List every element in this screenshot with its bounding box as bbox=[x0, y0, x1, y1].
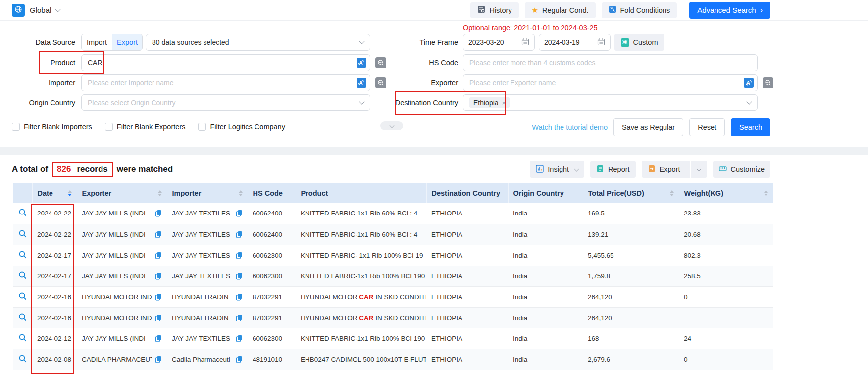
cell-importer: JAY JAY TEXTILES bbox=[172, 252, 233, 259]
col-exporter[interactable]: Exporter bbox=[77, 183, 167, 203]
tutorial-demo-link[interactable]: Watch the tutorial demo bbox=[532, 123, 608, 131]
region-selector-label[interactable]: Global bbox=[30, 6, 51, 14]
translate-icon[interactable]: A bbox=[744, 78, 754, 88]
copy-icon[interactable] bbox=[236, 314, 243, 321]
hs-code-input[interactable] bbox=[463, 54, 758, 71]
topbar: Global History ★ Regular Cond. Fold Cond… bbox=[0, 0, 868, 21]
col-label: Weight(KG) bbox=[684, 189, 723, 197]
sort-icons[interactable] bbox=[235, 190, 243, 196]
copy-icon[interactable] bbox=[236, 293, 243, 301]
sort-icons[interactable] bbox=[666, 190, 674, 196]
checkbox-icon bbox=[12, 123, 20, 131]
table-row[interactable]: 2024-02-22 JAY JAY MILLS (INDI JAY JAY T… bbox=[13, 203, 773, 224]
remove-tag-icon[interactable]: × bbox=[502, 99, 506, 107]
date-start-input[interactable]: 2023-03-20 bbox=[463, 34, 535, 51]
translate-icon[interactable]: A bbox=[357, 78, 366, 88]
copy-icon[interactable] bbox=[155, 335, 162, 342]
reset-button[interactable]: Reset bbox=[689, 118, 725, 136]
table-row[interactable]: 2024-02-16 HYUNDAI MOTOR IND HYUNDAI TRA… bbox=[13, 307, 773, 328]
summary-suffix: were matched bbox=[117, 164, 173, 174]
advanced-search-button[interactable]: Advanced Search › bbox=[689, 2, 770, 19]
magnifier-icon[interactable] bbox=[18, 208, 27, 218]
col-date[interactable]: Date bbox=[32, 183, 77, 203]
history-button[interactable]: History bbox=[470, 2, 518, 18]
records-count: 826 bbox=[57, 164, 71, 174]
customize-button[interactable]: Customize bbox=[713, 161, 771, 178]
magnifier-icon[interactable] bbox=[18, 250, 27, 261]
table-row[interactable]: 2024-02-17 JAY JAY MILLS (INDI JAY JAY T… bbox=[13, 266, 773, 286]
cell-date: 2024-02-17 bbox=[37, 252, 71, 259]
magnifier-icon[interactable] bbox=[18, 333, 27, 344]
copy-icon[interactable] bbox=[236, 356, 243, 363]
fold-conditions-button[interactable]: Fold Conditions bbox=[602, 2, 677, 18]
chevron-down-icon[interactable] bbox=[55, 6, 61, 12]
export-options-button[interactable] bbox=[690, 161, 707, 178]
regular-cond-button[interactable]: ★ Regular Cond. bbox=[525, 2, 596, 18]
magnifier-icon[interactable] bbox=[18, 229, 27, 240]
cell-product: KNITTED FABRIC- 1x1 Rib 100% BCI 19 bbox=[301, 252, 423, 259]
copy-icon[interactable] bbox=[236, 210, 243, 217]
sort-icons[interactable] bbox=[760, 190, 768, 196]
destination-country-select[interactable]: Ethiopia × bbox=[463, 94, 758, 111]
cell-destination: ETHIOPIA bbox=[431, 293, 462, 301]
table-row[interactable]: 2024-02-22 JAY JAY MILLS (INDI JAY JAY T… bbox=[13, 224, 773, 245]
exporter-input[interactable] bbox=[463, 74, 758, 91]
table-row[interactable]: 2024-02-08 CADILA PHARMACEUT Cadila Phar… bbox=[13, 349, 773, 370]
copy-icon[interactable] bbox=[236, 335, 243, 342]
copy-icon[interactable] bbox=[155, 210, 162, 217]
custom-range-button[interactable]: ⌘ Custom bbox=[614, 34, 664, 51]
data-sources-value: 80 data sources selected bbox=[152, 38, 229, 46]
table-row[interactable]: 2024-02-17 JAY JAY MILLS (INDI JAY JAY T… bbox=[13, 245, 773, 266]
report-button[interactable]: Report bbox=[590, 161, 636, 178]
cell-exporter: JAY JAY MILLS (INDI bbox=[82, 335, 152, 342]
importer-input[interactable] bbox=[81, 74, 370, 91]
search-form: Optional range: 2021-01-01 to 2024-03-25… bbox=[0, 21, 868, 147]
product-input[interactable] bbox=[81, 54, 370, 71]
copy-icon[interactable] bbox=[155, 356, 162, 363]
copy-icon[interactable] bbox=[155, 272, 162, 280]
sort-icons[interactable] bbox=[154, 190, 162, 196]
copy-icon[interactable] bbox=[155, 252, 162, 259]
magnifier-icon[interactable] bbox=[18, 354, 27, 365]
cell-destination: ETHIOPIA bbox=[431, 335, 462, 342]
sort-icons[interactable] bbox=[64, 190, 72, 196]
magnifier-icon[interactable] bbox=[18, 271, 27, 281]
save-as-regular-button[interactable]: Save as Regular bbox=[613, 118, 683, 136]
cell-origin: India bbox=[513, 335, 527, 342]
table-row[interactable]: 2024-02-16 HYUNDAI MOTOR IND HYUNDAI TRA… bbox=[13, 286, 773, 307]
copy-icon[interactable] bbox=[155, 231, 162, 238]
summary-row: A total of 826 records were matched Insi… bbox=[12, 160, 856, 178]
export-label: Export bbox=[660, 165, 680, 173]
copy-icon[interactable] bbox=[236, 252, 243, 259]
magnifier-icon[interactable] bbox=[18, 313, 27, 323]
destination-country-label: Destination Country bbox=[376, 99, 458, 107]
copy-icon[interactable] bbox=[155, 314, 162, 321]
filter-label: Filter Logitics Company bbox=[210, 123, 285, 131]
col-label: Date bbox=[38, 189, 53, 197]
copy-icon[interactable] bbox=[236, 272, 243, 280]
app-logo[interactable] bbox=[12, 4, 25, 17]
col-weight[interactable]: Weight(KG) bbox=[679, 183, 773, 203]
export-tab[interactable]: Export bbox=[112, 34, 142, 50]
insight-chart-icon bbox=[536, 165, 544, 174]
translate-icon[interactable]: A bbox=[357, 58, 366, 68]
cell-exporter: JAY JAY MILLS (INDI bbox=[82, 231, 152, 238]
exact-search-icon[interactable] bbox=[763, 77, 773, 88]
collapse-conditions-button[interactable] bbox=[380, 121, 403, 130]
date-end-input[interactable]: 2024-03-19 bbox=[539, 34, 611, 51]
table-row[interactable]: 2024-02-12 JAY JAY MILLS (INDI JAY JAY T… bbox=[13, 328, 773, 349]
col-total-price[interactable]: Total Price(USD) bbox=[583, 183, 679, 203]
origin-country-select[interactable]: Please select Origin Country bbox=[81, 94, 370, 111]
magnifier-icon[interactable] bbox=[18, 292, 27, 302]
import-tab[interactable]: Import bbox=[82, 34, 112, 50]
filter-blank-importers-checkbox[interactable]: Filter Blank Importers bbox=[12, 123, 92, 131]
data-sources-select[interactable]: 80 data sources selected bbox=[146, 34, 370, 51]
insight-button[interactable]: Insight bbox=[530, 161, 584, 178]
copy-icon[interactable] bbox=[236, 231, 243, 238]
search-button[interactable]: Search bbox=[731, 118, 770, 136]
filter-logitics-company-checkbox[interactable]: Filter Logitics Company bbox=[198, 123, 285, 131]
filter-blank-exporters-checkbox[interactable]: Filter Blank Exporters bbox=[105, 123, 186, 131]
export-button[interactable]: Export bbox=[642, 161, 686, 178]
col-importer[interactable]: Importer bbox=[167, 183, 248, 203]
copy-icon[interactable] bbox=[155, 293, 162, 301]
